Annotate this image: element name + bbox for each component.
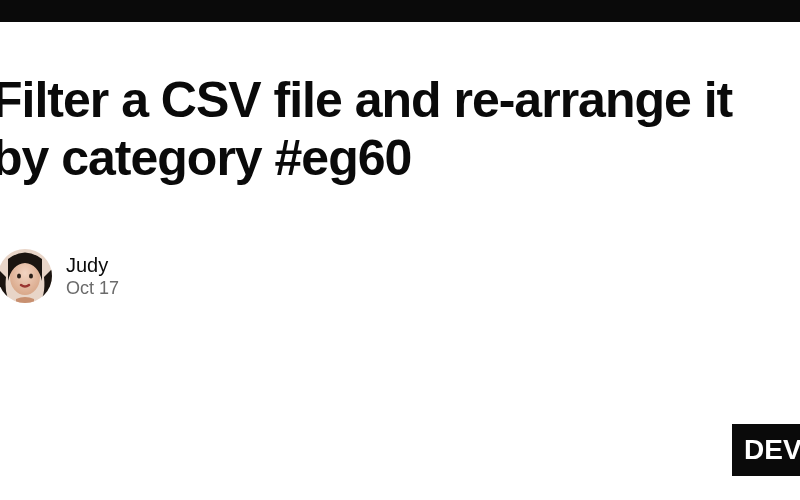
dev-badge[interactable]: DEV — [732, 424, 800, 476]
post-date: Oct 17 — [66, 278, 119, 300]
top-bar — [0, 0, 800, 22]
article-content: Filter a CSV file and re-arrange it by c… — [0, 22, 800, 303]
avatar-image — [0, 249, 52, 303]
author-avatar[interactable] — [0, 249, 52, 303]
svg-point-2 — [17, 274, 21, 279]
article-title: Filter a CSV file and re-arrange it by c… — [0, 72, 800, 187]
author-name[interactable]: Judy — [66, 253, 119, 277]
author-row: Judy Oct 17 — [0, 249, 800, 303]
dev-badge-text: DEV — [744, 434, 800, 465]
author-info: Judy Oct 17 — [66, 253, 119, 300]
svg-point-3 — [29, 274, 33, 279]
